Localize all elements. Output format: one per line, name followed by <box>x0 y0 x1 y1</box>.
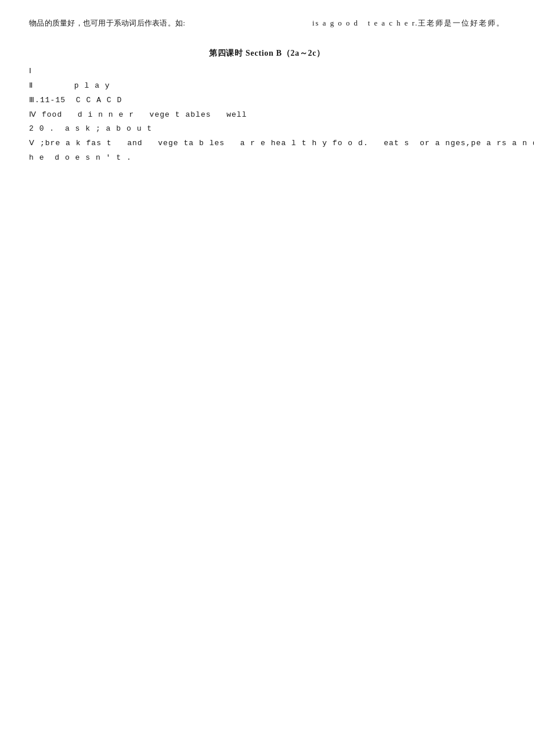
line-2: Ⅱ p l a y <box>29 80 505 92</box>
line-6: Ⅴ ;bre a k fas t and vege ta b les a r e… <box>29 138 505 150</box>
line-1: Ⅰ <box>29 66 505 78</box>
section-title: 第四课时 Section B（2a～2c） <box>29 47 505 60</box>
line-7: h e d o e s n ' t . <box>29 152 505 164</box>
line-3: Ⅲ.11-15 C C A C D <box>29 95 505 107</box>
line-4: Ⅳ food d i n n e r vege t ables well <box>29 109 505 121</box>
line-5: 2 0 . a s k ; a b o u t <box>29 123 505 135</box>
top-right-text: is a g o o d t e a c h e r.王老师是一位好老师。 <box>312 17 505 30</box>
content-block: Ⅰ Ⅱ p l a y Ⅲ.11-15 C C A C D Ⅳ food d i… <box>29 66 505 164</box>
top-left-text: 物品的质量好，也可用于系动词后作表语。如: <box>29 17 185 30</box>
